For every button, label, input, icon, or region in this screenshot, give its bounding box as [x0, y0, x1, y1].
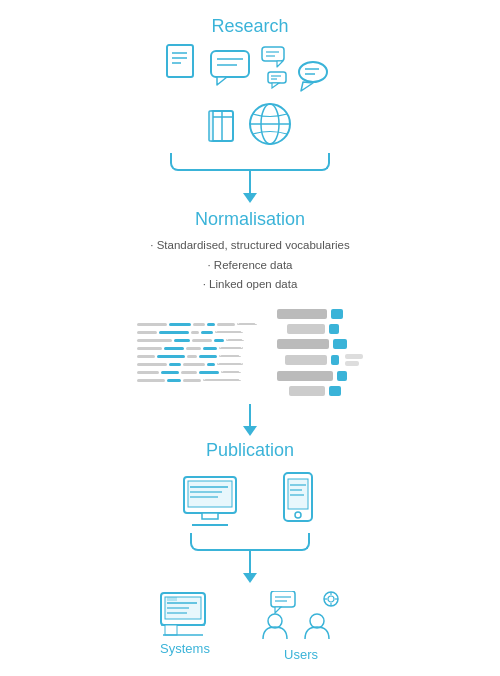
publication-title: Publication: [206, 440, 294, 461]
users-label: Users: [284, 647, 318, 662]
publication-icons: [182, 471, 318, 527]
speech-bubble-tiny-icon: [267, 71, 289, 89]
svg-rect-7: [262, 47, 284, 61]
bracket-connector-1: [170, 153, 330, 203]
speech-bubble-small-icon: [261, 46, 289, 68]
bracket-connector-3: [190, 533, 310, 583]
research-title: Research: [211, 16, 288, 37]
desktop-icon: [182, 475, 242, 527]
svg-rect-0: [167, 45, 193, 77]
research-icons: [150, 43, 350, 147]
arrow-connector-2: [243, 404, 257, 436]
research-section: Research: [150, 16, 350, 205]
user-with-chat: [261, 591, 297, 643]
systems-icon: [159, 591, 211, 637]
svg-rect-28: [202, 513, 218, 519]
svg-rect-24: [188, 481, 232, 507]
book-icon: [207, 109, 239, 147]
data-visualization: [137, 309, 363, 396]
publication-section: Publication: [182, 440, 318, 585]
chat-bubble-icon: [297, 59, 335, 93]
svg-rect-45: [271, 591, 295, 607]
globe-icon: [247, 101, 293, 147]
svg-point-55: [310, 614, 324, 628]
lines-block: [137, 323, 257, 382]
chat-user-icon: [261, 591, 297, 639]
speech-bubbles-group: [261, 46, 289, 89]
normalisation-title: Normalisation: [195, 209, 305, 230]
svg-rect-10: [268, 72, 286, 83]
users-icons: [261, 591, 341, 643]
users-item: Users: [261, 591, 341, 662]
svg-point-48: [268, 614, 282, 628]
svg-rect-31: [288, 479, 308, 509]
document-icon: [165, 43, 201, 85]
svg-rect-19: [209, 111, 213, 141]
normalisation-points: · Standardised, structured vocabularies …: [150, 236, 349, 295]
svg-rect-41: [167, 597, 177, 601]
user-with-gear: [303, 591, 341, 643]
normalisation-section: Normalisation · Standardised, structured…: [137, 209, 363, 436]
gear-user-icon: [303, 591, 341, 639]
svg-point-13: [299, 62, 327, 82]
bottom-items: Systems: [159, 591, 341, 662]
systems-label: Systems: [160, 641, 210, 656]
svg-rect-43: [165, 625, 177, 635]
mobile-icon: [282, 471, 318, 527]
speech-bubble-large-icon: [209, 49, 253, 87]
main-diagram: Research: [0, 0, 500, 672]
bars-block: [277, 309, 363, 396]
systems-item: Systems: [159, 591, 211, 656]
svg-rect-4: [211, 51, 249, 77]
